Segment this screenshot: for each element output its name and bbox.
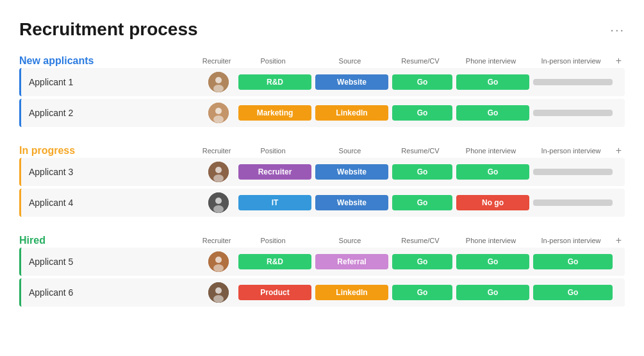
table-row: Applicant 2 MarketingLinkedInGoGo — [19, 99, 625, 127]
table-row: Applicant 3 RecruiterWebsiteGoGo — [19, 158, 625, 186]
svg-point-13 — [215, 257, 222, 263]
section-new-applicants: New applicantsRecruiterPositionSourceRes… — [19, 55, 625, 127]
phone-tag: Go — [456, 164, 529, 180]
inperson-cell[interactable] — [531, 107, 615, 119]
add-column-button[interactable]: + — [613, 55, 625, 67]
resume-cell[interactable]: Go — [390, 192, 454, 213]
position-cell[interactable]: Product — [236, 282, 313, 303]
section-title-in-progress: In progress — [19, 145, 199, 157]
resume-cell[interactable]: Go — [390, 251, 454, 272]
position-tag: Marketing — [238, 105, 311, 121]
inperson-cell[interactable] — [531, 166, 615, 178]
col-source-header: Source — [311, 57, 388, 65]
source-cell[interactable]: LinkedIn — [313, 103, 390, 123]
svg-point-7 — [215, 167, 222, 173]
col-source-header: Source — [311, 147, 388, 155]
inperson-tag: Go — [533, 254, 613, 269]
col-inperson-header: In-person interview — [529, 237, 613, 244]
phone-cell[interactable]: Go — [454, 72, 531, 92]
position-cell[interactable]: IT — [236, 192, 313, 213]
source-tag: Referral — [315, 254, 388, 269]
recruiter-cell — [201, 282, 236, 303]
resume-tag: Go — [392, 105, 452, 121]
inperson-tag: Go — [533, 285, 613, 300]
inperson-tag — [533, 199, 613, 206]
phone-tag: Go — [456, 285, 529, 300]
resume-cell[interactable]: Go — [390, 282, 454, 303]
inperson-cell[interactable]: Go — [531, 282, 615, 303]
source-cell[interactable]: Website — [313, 162, 390, 182]
table-row: Applicant 6 ProductLinkedInGoGoGo — [19, 278, 625, 307]
add-column-button[interactable]: + — [613, 145, 625, 157]
resume-tag: Go — [392, 254, 452, 269]
col-source-header: Source — [311, 237, 388, 244]
col-inperson-header: In-person interview — [529, 147, 613, 155]
resume-cell[interactable]: Go — [390, 103, 454, 123]
col-inperson-header: In-person interview — [529, 57, 613, 65]
table-row: Applicant 1 R&DWebsiteGoGo — [19, 68, 625, 96]
svg-point-4 — [215, 108, 222, 114]
position-tag: IT — [238, 195, 311, 210]
col-phone-header: Phone interview — [452, 237, 529, 244]
avatar — [208, 103, 229, 123]
svg-point-10 — [215, 198, 222, 204]
source-tag: LinkedIn — [315, 285, 388, 300]
col-recruiter-header: Recruiter — [199, 147, 235, 155]
col-resume-header: Resume/CV — [388, 237, 452, 244]
resume-tag: Go — [392, 195, 452, 210]
inperson-cell[interactable] — [531, 76, 615, 88]
source-cell[interactable]: Website — [313, 72, 390, 92]
applicant-name: Applicant 6 — [21, 287, 201, 298]
phone-cell[interactable]: Go — [454, 282, 531, 303]
phone-tag: Go — [456, 105, 529, 121]
position-cell[interactable]: R&D — [236, 72, 313, 92]
resume-tag: Go — [392, 285, 452, 300]
resume-cell[interactable]: Go — [390, 162, 454, 182]
section-in-progress: In progressRecruiterPositionSourceResume… — [19, 145, 625, 217]
add-column-button[interactable]: + — [613, 235, 625, 246]
source-cell[interactable]: LinkedIn — [313, 282, 390, 303]
inperson-cell[interactable] — [531, 197, 615, 208]
phone-tag: No go — [456, 195, 529, 210]
recruiter-cell — [201, 103, 236, 123]
svg-point-11 — [213, 205, 224, 213]
applicant-name: Applicant 2 — [21, 108, 201, 118]
col-resume-header: Resume/CV — [388, 57, 452, 65]
phone-cell[interactable]: Go — [454, 103, 531, 123]
applicant-name: Applicant 3 — [21, 167, 201, 177]
position-cell[interactable]: Recruiter — [236, 162, 313, 182]
position-cell[interactable]: Marketing — [236, 103, 313, 123]
recruiter-cell — [201, 251, 236, 272]
col-resume-header: Resume/CV — [388, 147, 452, 155]
phone-cell[interactable]: Go — [454, 251, 531, 272]
section-header-row: In progressRecruiterPositionSourceResume… — [19, 145, 625, 158]
source-cell[interactable]: Referral — [313, 251, 390, 272]
inperson-tag — [533, 169, 613, 175]
source-cell[interactable]: Website — [313, 192, 390, 213]
svg-point-17 — [213, 295, 224, 303]
phone-cell[interactable]: No go — [454, 192, 531, 213]
avatar — [208, 251, 229, 272]
avatar — [208, 192, 229, 213]
recruiter-cell — [201, 192, 236, 213]
phone-tag: Go — [456, 74, 529, 90]
section-header-row: HiredRecruiterPositionSourceResume/CVPho… — [19, 235, 625, 248]
source-tag: LinkedIn — [315, 105, 388, 121]
phone-cell[interactable]: Go — [454, 162, 531, 182]
position-tag: R&D — [238, 254, 311, 269]
inperson-cell[interactable]: Go — [531, 251, 615, 272]
table-row: Applicant 4 ITWebsiteGoNo go — [19, 189, 625, 217]
col-phone-header: Phone interview — [452, 57, 529, 65]
section-title-hired: Hired — [19, 235, 199, 246]
resume-cell[interactable]: Go — [390, 72, 454, 92]
position-cell[interactable]: R&D — [236, 251, 313, 272]
col-recruiter-header: Recruiter — [199, 57, 235, 65]
page-title: Recruitment process — [19, 19, 198, 40]
svg-point-8 — [213, 174, 224, 182]
inperson-tag — [533, 110, 613, 116]
more-options-icon[interactable]: ··· — [610, 22, 625, 37]
inperson-tag — [533, 79, 613, 85]
position-tag: Recruiter — [238, 164, 311, 180]
col-recruiter-header: Recruiter — [199, 237, 235, 244]
resume-tag: Go — [392, 164, 452, 180]
